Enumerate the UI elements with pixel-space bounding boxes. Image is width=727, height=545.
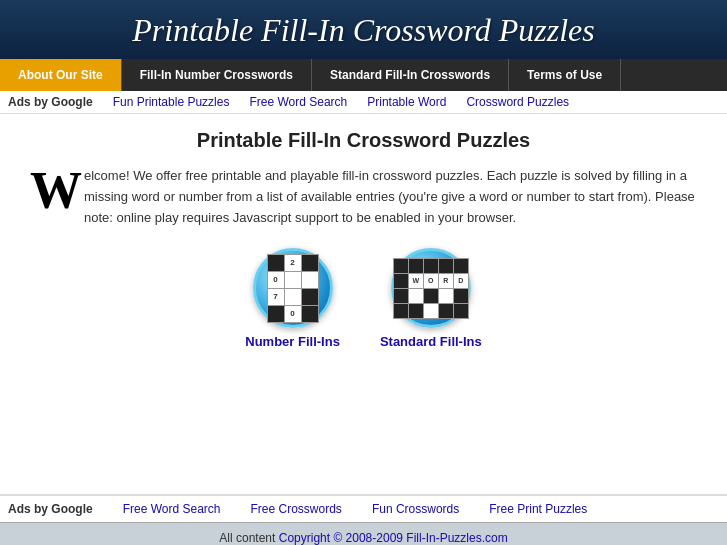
number-fill-in-icon[interactable]: 2 0 7 0 (253, 248, 333, 328)
word-cell: W (409, 274, 423, 288)
grid-cell (268, 306, 284, 322)
standard-fill-in-link[interactable]: Standard Fill-Ins (380, 334, 482, 349)
ads-link-fun-printable[interactable]: Fun Printable Puzzles (113, 95, 230, 109)
standard-fill-in-item: W O R D Standard Fill-Ins (380, 248, 482, 349)
page-title: Printable Fill-In Crossword Puzzles (30, 129, 697, 152)
nav-terms[interactable]: Terms of Use (509, 59, 621, 91)
ads-link-printable-word[interactable]: Printable Word (367, 95, 446, 109)
word-cell (439, 289, 453, 303)
word-cell: D (454, 274, 468, 288)
ads-link-free-print-puzzles[interactable]: Free Print Puzzles (489, 502, 587, 516)
footer-copyright-link[interactable]: Copyright © 2008-2009 Fill-In-Puzzles.co… (279, 531, 508, 545)
number-fill-in-link[interactable]: Number Fill-Ins (245, 334, 340, 349)
ads-link-free-crosswords[interactable]: Free Crosswords (251, 502, 342, 516)
word-grid: W O R D (393, 258, 469, 319)
ads-link-free-word-search-top[interactable]: Free Word Search (249, 95, 347, 109)
site-header: Printable Fill-In Crossword Puzzles (0, 0, 727, 59)
word-cell (454, 289, 468, 303)
standard-fill-in-icon[interactable]: W O R D (391, 248, 471, 328)
footer-text: All content (219, 531, 278, 545)
grid-cell: 0 (268, 272, 284, 288)
drop-cap: W (30, 170, 82, 212)
main-nav: About Our Site Fill-In Number Crosswords… (0, 59, 727, 91)
grid-cell (302, 306, 318, 322)
welcome-body-text: elcome! We offer free printable and play… (84, 168, 695, 225)
word-cell (439, 259, 453, 273)
ads-link-free-word-search-bottom[interactable]: Free Word Search (123, 502, 221, 516)
ads-bar-bottom: Ads by Google Free Word Search Free Cros… (0, 495, 727, 522)
ads-by-google-label-top: Ads by Google (8, 95, 93, 109)
nav-standard-fill-in[interactable]: Standard Fill-In Crosswords (312, 59, 509, 91)
grid-cell (285, 272, 301, 288)
word-cell (409, 259, 423, 273)
number-fill-in-item: 2 0 7 0 Number Fill-Ins (245, 248, 340, 349)
grid-cell: 2 (285, 255, 301, 271)
ads-by-google-label-bottom: Ads by Google (8, 502, 93, 516)
welcome-paragraph: W elcome! We offer free printable and pl… (30, 166, 697, 228)
word-cell: R (439, 274, 453, 288)
word-cell (394, 304, 408, 318)
word-cell (394, 289, 408, 303)
site-footer: All content Copyright © 2008-2009 Fill-I… (0, 522, 727, 545)
grid-cell (285, 289, 301, 305)
word-cell (454, 304, 468, 318)
grid-cell (268, 255, 284, 271)
grid-cell (302, 289, 318, 305)
ads-link-crossword-puzzles[interactable]: Crossword Puzzles (466, 95, 569, 109)
word-cell (409, 304, 423, 318)
word-cell (424, 304, 438, 318)
nav-fill-in-number[interactable]: Fill-In Number Crosswords (122, 59, 312, 91)
main-content: Printable Fill-In Crossword Puzzles W el… (0, 114, 727, 494)
number-grid: 2 0 7 0 (267, 254, 319, 323)
grid-cell (302, 255, 318, 271)
word-cell: O (424, 274, 438, 288)
grid-cell (302, 272, 318, 288)
word-cell (424, 289, 438, 303)
ads-link-fun-crosswords[interactable]: Fun Crosswords (372, 502, 459, 516)
nav-about[interactable]: About Our Site (0, 59, 122, 91)
word-cell (424, 259, 438, 273)
puzzles-area: 2 0 7 0 Number Fill-Ins (30, 248, 697, 349)
word-cell (409, 289, 423, 303)
ads-bar-top: Ads by Google Fun Printable Puzzles Free… (0, 91, 727, 114)
word-cell (394, 274, 408, 288)
site-title: Printable Fill-In Crossword Puzzles (20, 12, 707, 49)
word-cell (439, 304, 453, 318)
grid-cell: 0 (285, 306, 301, 322)
word-cell (454, 259, 468, 273)
word-cell (394, 259, 408, 273)
grid-cell: 7 (268, 289, 284, 305)
